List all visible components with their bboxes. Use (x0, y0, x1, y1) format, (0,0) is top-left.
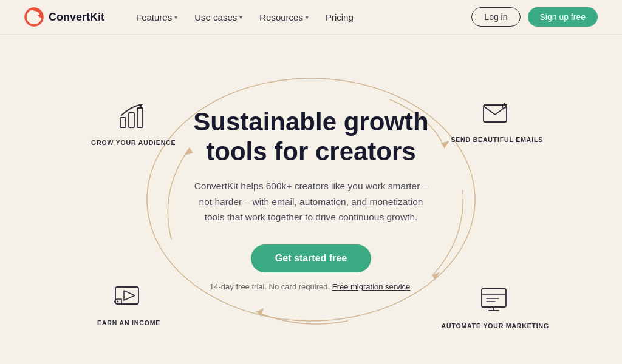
logo-icon (24, 7, 44, 27)
automate-label: Automate Your Marketing (442, 322, 549, 331)
chevron-down-icon: ▾ (306, 14, 309, 21)
signup-button[interactable]: Sign up free (528, 7, 598, 27)
nav-use-cases[interactable]: Use cases ▾ (187, 8, 250, 26)
nav-pricing[interactable]: Pricing (318, 8, 361, 26)
hero-title: Sustainable growth tools for creators (165, 107, 457, 166)
svg-rect-9 (137, 108, 143, 127)
login-button[interactable]: Log in (471, 7, 520, 27)
svg-marker-13 (124, 291, 135, 300)
feature-email: Send Beautiful Emails (451, 95, 543, 144)
grow-audience-icon (115, 98, 152, 135)
earn-income-icon (111, 278, 147, 315)
hero-section: Grow Your Audience Send Beautiful Emails (0, 35, 622, 364)
feature-income: Earn An Income (97, 278, 160, 328)
hero-content: Sustainable growth tools for creators Co… (165, 107, 457, 291)
chevron-down-icon: ▾ (239, 14, 242, 21)
nav-features[interactable]: Features ▾ (129, 8, 185, 26)
hero-footnote: 14-day free trial. No card required. Fre… (165, 282, 457, 291)
nav-links: Features ▾ Use cases ▾ Resources ▾ Prici… (129, 8, 471, 26)
get-started-button[interactable]: Get started free (251, 244, 371, 272)
feature-grow: Grow Your Audience (91, 98, 176, 147)
logo-text: ConvertKit (49, 11, 104, 24)
svg-point-14 (117, 301, 119, 303)
email-label: Send Beautiful Emails (451, 135, 543, 144)
svg-rect-8 (129, 113, 134, 127)
free-migration-link[interactable]: Free migration service (332, 282, 411, 291)
feature-automate: Automate Your Marketing (442, 281, 549, 331)
svg-rect-15 (482, 289, 506, 307)
chevron-down-icon: ▾ (174, 14, 177, 21)
income-label: Earn An Income (97, 318, 160, 328)
automate-marketing-icon (477, 281, 513, 318)
logo[interactable]: ConvertKit (24, 7, 104, 27)
send-emails-icon (479, 95, 515, 132)
nav-resources[interactable]: Resources ▾ (252, 8, 316, 26)
svg-rect-7 (120, 118, 126, 127)
navbar: ConvertKit Features ▾ Use cases ▾ Resour… (0, 0, 622, 35)
hero-subtitle: ConvertKit helps 600k+ creators like you… (190, 178, 432, 225)
grow-label: Grow Your Audience (91, 138, 176, 147)
nav-actions: Log in Sign up free (471, 7, 598, 27)
svg-marker-1 (38, 13, 41, 18)
